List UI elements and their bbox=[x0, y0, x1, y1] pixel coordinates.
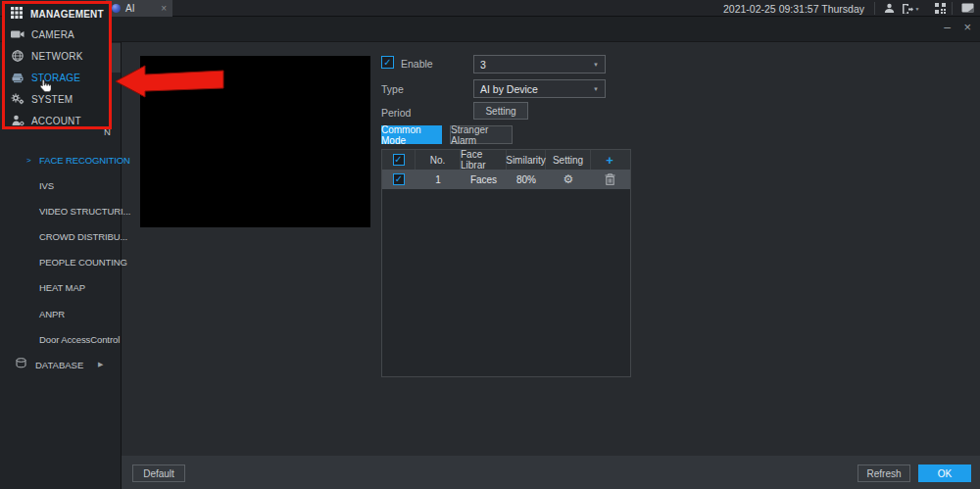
enable-checkbox[interactable]: ✓ bbox=[381, 56, 394, 69]
topbar-divider bbox=[874, 2, 875, 15]
management-menu-title: MANAGEMENT bbox=[30, 9, 104, 20]
row-no: 1 bbox=[416, 170, 461, 189]
storage-icon bbox=[10, 73, 25, 83]
ai-tab-icon bbox=[112, 4, 121, 13]
col-header-face-library: Face Librar bbox=[461, 150, 507, 170]
sidebar-item-database[interactable]: DATABASE ▶ bbox=[0, 355, 122, 374]
network-icon bbox=[10, 50, 25, 62]
refresh-button[interactable]: Refresh bbox=[858, 465, 910, 482]
type-label: Type bbox=[381, 83, 404, 95]
face-library-table: ✓ No. Face Librar Similarity Setting + ✓… bbox=[381, 149, 631, 377]
sidebar-item-heat-map[interactable]: HEAT MAP bbox=[0, 277, 122, 297]
tab-ai[interactable]: AI × bbox=[106, 0, 172, 17]
sidebar-item-door-access-control[interactable]: Door AccessControl bbox=[0, 329, 122, 349]
user-icon[interactable] bbox=[882, 2, 896, 15]
sidebar-item-crowd-distribution[interactable]: CROWD DISTRIBU... bbox=[0, 226, 122, 246]
ok-button[interactable]: OK bbox=[918, 465, 971, 482]
row-face-library: Faces bbox=[461, 170, 507, 189]
sidebar-item-face-recognition[interactable]: > FACE RECOGNITION bbox=[0, 150, 122, 170]
logout-icon[interactable]: ▼ bbox=[900, 2, 921, 15]
sidebar-item-video-structuring[interactable]: VIDEO STRUCTURI... bbox=[0, 201, 122, 220]
sidebar-item-people-counting[interactable]: PEOPLE COUNTING bbox=[0, 252, 122, 271]
add-face-library-button[interactable]: + bbox=[606, 153, 613, 168]
tab-close-icon[interactable]: × bbox=[161, 0, 167, 17]
row-setting-gear-icon[interactable]: ⚙ bbox=[564, 172, 574, 186]
ai-tab-label: AI bbox=[125, 3, 134, 14]
menu-item-network[interactable]: NETWORK bbox=[5, 47, 109, 65]
account-icon bbox=[10, 115, 25, 126]
database-icon bbox=[16, 358, 27, 371]
window-title-bar: – × bbox=[0, 17, 980, 42]
col-header-similarity: Similarity bbox=[507, 150, 546, 170]
chevron-down-icon: ▼ bbox=[593, 62, 599, 68]
datetime-display: 2021-02-25 09:31:57 Thursday bbox=[723, 3, 864, 15]
sidebar-item-anpr[interactable]: ANPR bbox=[0, 304, 122, 323]
management-menu-header[interactable]: MANAGEMENT bbox=[5, 5, 109, 23]
tab-common-mode[interactable]: Common Mode bbox=[381, 125, 442, 144]
period-label: Period bbox=[381, 107, 411, 119]
menu-item-system[interactable]: SYSTEM bbox=[5, 90, 109, 108]
close-button[interactable]: × bbox=[963, 20, 971, 34]
chevron-down-icon: ▼ bbox=[593, 86, 599, 92]
grid-menu-icon bbox=[11, 5, 23, 23]
camera-icon bbox=[10, 29, 25, 39]
footer-bar bbox=[122, 456, 980, 489]
logout-caret-icon: ▼ bbox=[915, 6, 920, 12]
monitor-icon[interactable] bbox=[960, 2, 974, 15]
tab-stranger-alarm[interactable]: Stranger Alarm bbox=[450, 125, 513, 144]
menu-item-camera[interactable]: CAMERA bbox=[5, 25, 109, 43]
annotation-arrow bbox=[115, 65, 224, 100]
chevron-right-icon: > bbox=[26, 156, 31, 165]
top-bar: AI × 2021-02-25 09:31:57 Thursday ▼ bbox=[0, 0, 980, 17]
select-all-checkbox[interactable]: ✓ bbox=[393, 154, 405, 166]
minimize-button[interactable]: – bbox=[944, 21, 951, 34]
col-header-setting: Setting bbox=[546, 150, 591, 170]
table-header-row: ✓ No. Face Librar Similarity Setting + bbox=[382, 150, 630, 170]
col-header-no: No. bbox=[416, 150, 461, 170]
enable-label: Enable bbox=[401, 58, 433, 70]
qr-code-icon[interactable] bbox=[933, 2, 947, 15]
row-delete-icon[interactable] bbox=[591, 170, 628, 189]
system-icon bbox=[10, 93, 25, 105]
expand-arrow-icon[interactable]: ▶ bbox=[98, 361, 103, 368]
table-row[interactable]: ✓ 1 Faces 80% ⚙ bbox=[382, 170, 630, 189]
topbar-divider bbox=[952, 2, 953, 15]
channel-select[interactable]: 3 ▼ bbox=[473, 55, 606, 73]
menu-item-account[interactable]: ACCOUNT bbox=[5, 112, 109, 129]
sidebar-item-ivs[interactable]: IVS bbox=[0, 175, 122, 195]
period-setting-button[interactable]: Setting bbox=[473, 102, 528, 120]
hand-cursor-icon bbox=[40, 78, 51, 96]
menu-item-storage[interactable]: STORAGE bbox=[5, 69, 109, 86]
default-button[interactable]: Default bbox=[132, 465, 185, 482]
row-checkbox[interactable]: ✓ bbox=[393, 173, 405, 185]
type-select[interactable]: AI by Device ▼ bbox=[473, 79, 606, 98]
management-menu: MANAGEMENT CAMERA NETWORK STORAGE SYSTEM… bbox=[2, 1, 112, 129]
row-similarity: 80% bbox=[507, 170, 546, 189]
